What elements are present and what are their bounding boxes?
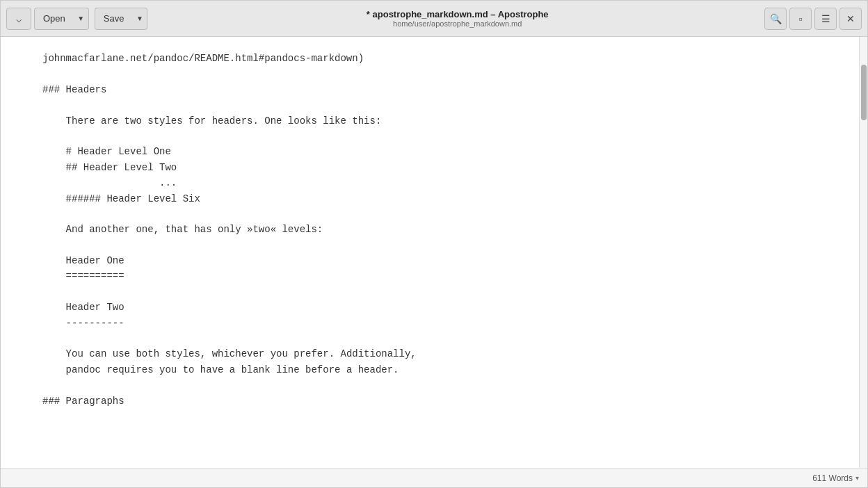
word-count-dropdown-icon: ▾ — [855, 474, 859, 482]
editor-content: johnmacfarlane.net/pandoc/README.html#pa… — [42, 51, 817, 409]
save-label: Save — [104, 13, 124, 24]
save-button[interactable]: Save — [95, 8, 133, 30]
chevron-down-icon: ▼ — [77, 15, 84, 22]
logo-icon: ⌵ — [16, 13, 22, 24]
editor[interactable]: johnmacfarlane.net/pandoc/README.html#pa… — [1, 37, 859, 468]
open-dropdown-button[interactable]: ▼ — [74, 8, 89, 30]
titlebar-left: ⌵ Open ▼ Save ▼ — [6, 8, 150, 30]
save-dropdown-button[interactable]: ▼ — [132, 8, 147, 30]
close-button[interactable]: ✕ — [839, 8, 862, 30]
search-icon: 🔍 — [770, 13, 782, 24]
logo-button[interactable]: ⌵ — [6, 8, 31, 30]
app-window: ⌵ Open ▼ Save ▼ * ap — [0, 0, 868, 488]
hamburger-icon: ☰ — [821, 13, 830, 24]
statusbar: 611 Words ▾ — [1, 468, 867, 487]
window-title: * apostrophe_markdown.md – Apostrophe — [367, 9, 549, 19]
titlebar-center: * apostrophe_markdown.md – Apostrophe ho… — [150, 9, 764, 28]
view-button[interactable]: ▫ — [789, 8, 812, 30]
chevron-down-icon: ▼ — [136, 15, 143, 22]
open-button[interactable]: Open — [34, 8, 74, 30]
open-button-group: Open ▼ — [34, 8, 89, 30]
scrollbar-thumb[interactable] — [861, 65, 867, 120]
save-button-group: Save ▼ — [95, 8, 148, 30]
titlebar-right: 🔍 ▫ ☰ ✕ — [764, 8, 862, 30]
menu-button[interactable]: ☰ — [814, 8, 837, 30]
word-count-label: 611 Words — [812, 473, 853, 483]
window-subtitle: home/user/apostrophe_markdown.md — [393, 19, 522, 28]
open-label: Open — [43, 13, 65, 24]
word-count[interactable]: 611 Words ▾ — [812, 473, 859, 483]
search-button[interactable]: 🔍 — [764, 8, 787, 30]
close-icon: ✕ — [846, 13, 855, 24]
scrollbar[interactable] — [859, 37, 867, 468]
content-area: johnmacfarlane.net/pandoc/README.html#pa… — [1, 37, 867, 468]
view-icon: ▫ — [799, 13, 803, 24]
titlebar: ⌵ Open ▼ Save ▼ * ap — [1, 1, 867, 37]
